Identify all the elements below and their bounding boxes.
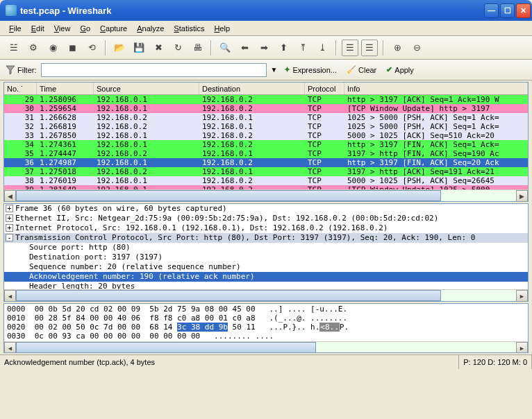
detail-row[interactable]: Destination port: 3197 (3197) [4, 253, 528, 262]
open-icon[interactable]: 📂 [111, 40, 128, 56]
menu-capture[interactable]: Capture [95, 23, 132, 34]
scroll-thumb[interactable] [16, 342, 316, 353]
status-packet-counts: P: 120 D: 120 M: 0 [459, 355, 532, 369]
detail-text: Source port: http (80) [29, 243, 131, 252]
scroll-track[interactable] [16, 290, 516, 301]
zoom-out-icon[interactable]: ⊖ [408, 40, 425, 56]
autoscroll-icon[interactable]: ☰ [361, 40, 378, 56]
window-title: test.pcap - Wireshark [20, 6, 484, 16]
separator [210, 40, 212, 55]
detail-row[interactable]: Source port: http (80) [4, 243, 528, 253]
hex-line[interactable]: 0010 00 28 5f 84 00 00 40 06 f8 f8 c0 a8… [7, 314, 525, 323]
packet-row[interactable]: 351.274447192.168.0.2192.168.0.1TCP3197 … [4, 149, 528, 158]
print-icon[interactable]: 🖶 [189, 40, 206, 56]
apply-button[interactable]: ✔Apply [383, 64, 417, 76]
tree-toggle-icon[interactable]: - [6, 234, 13, 241]
go-to-icon[interactable]: ⬆ [275, 40, 292, 56]
filter-label: Filter: [6, 65, 37, 75]
packet-row[interactable]: 331.267850192.168.0.1192.168.0.2TCP5000 … [4, 131, 528, 140]
scroll-thumb[interactable] [16, 190, 441, 201]
menu-analyze[interactable]: Analyze [132, 23, 169, 34]
detail-row[interactable]: Sequence number: 20 (relative sequence n… [4, 262, 528, 272]
go-first-icon[interactable]: ⤒ [294, 40, 311, 56]
go-forward-icon[interactable]: ➡ [256, 40, 272, 56]
save-icon[interactable]: 💾 [131, 40, 147, 56]
col-header-protocol[interactable]: Protocol [305, 83, 344, 94]
packet-row[interactable]: 371.275018192.168.0.2192.168.0.1TCP3197 … [4, 167, 528, 176]
packet-list-header[interactable]: No. ˙ Time Source Destination Protocol I… [4, 83, 528, 95]
detail-hscroll[interactable]: ◀ ▶ [4, 289, 528, 301]
restart-capture-icon[interactable]: ⟲ [83, 40, 100, 56]
packet-bytes-pane[interactable]: 0000 00 0b 5d 20 cd 02 00 09 5b 2d 75 9a… [3, 303, 529, 353]
menu-view[interactable]: View [49, 23, 76, 34]
close-file-icon[interactable]: ✖ [150, 40, 167, 56]
close-button[interactable]: ✕ [516, 3, 531, 18]
col-header-info[interactable]: Info [344, 83, 528, 94]
scroll-right-icon[interactable]: ▶ [516, 342, 528, 353]
detail-row[interactable]: Header length: 20 bytes [4, 282, 528, 289]
scroll-track[interactable] [16, 342, 516, 353]
packet-row[interactable]: 341.274361192.168.0.1192.168.0.2TCPhttp … [4, 140, 528, 149]
go-last-icon[interactable]: ⤓ [314, 40, 331, 56]
zoom-in-icon[interactable]: ⊕ [389, 40, 406, 56]
detail-row[interactable]: Acknowledgement number: 190 (relative ac… [4, 272, 528, 282]
filter-icon [6, 65, 15, 75]
scroll-left-icon[interactable]: ◀ [4, 290, 16, 302]
hex-hscroll[interactable]: ◀ ▶ [4, 341, 528, 353]
tree-toggle-icon[interactable]: + [6, 214, 13, 222]
packet-row[interactable]: 321.266819192.168.0.2192.168.0.1TCP1025 … [4, 122, 528, 131]
packet-hscroll[interactable]: ◀ ▶ [4, 189, 528, 201]
col-header-time[interactable]: Time [37, 83, 94, 94]
reload-icon[interactable]: ↻ [169, 40, 186, 56]
packet-row[interactable]: 301.259654192.168.0.1192.168.0.2TCP[TCP … [4, 104, 528, 113]
detail-text: Acknowledgement number: 190 (relative ac… [29, 272, 255, 281]
expression-button[interactable]: ✦Expression... [281, 64, 340, 76]
tree-toggle-icon[interactable]: + [6, 205, 13, 212]
menu-edit[interactable]: Edit [26, 23, 49, 34]
packet-row[interactable]: 381.276019192.168.0.1192.168.0.2TCP5000 … [4, 176, 528, 185]
menu-help[interactable]: Help [209, 23, 235, 34]
detail-text: Header length: 20 bytes [29, 282, 135, 289]
scroll-left-icon[interactable]: ◀ [4, 190, 16, 202]
minimize-button[interactable]: — [484, 3, 499, 18]
hex-line[interactable]: 0000 00 0b 5d 20 cd 02 00 09 5b 2d 75 9a… [7, 305, 525, 314]
col-header-destination[interactable]: Destination [199, 83, 305, 94]
detail-row[interactable]: +Ethernet II, Src: Netgear_2d:75:9a (00:… [4, 214, 528, 223]
filter-input[interactable] [41, 63, 267, 77]
scroll-right-icon[interactable]: ▶ [516, 290, 528, 302]
hex-line[interactable]: 0020 00 02 00 50 0c 7d 00 00 68 14 3c 38… [7, 323, 525, 332]
options-icon[interactable]: ⚙ [25, 40, 42, 56]
scroll-track[interactable] [16, 190, 516, 201]
packet-row[interactable]: 311.266628192.168.0.2192.168.0.1TCP1025 … [4, 113, 528, 122]
interfaces-icon[interactable]: ☱ [6, 40, 22, 56]
go-back-icon[interactable]: ⬅ [236, 40, 253, 56]
scroll-left-icon[interactable]: ◀ [4, 342, 16, 353]
menu-statistics[interactable]: Statistics [169, 23, 209, 34]
menu-file[interactable]: File [4, 23, 26, 34]
packet-details-pane[interactable]: +Frame 36 (60 bytes on wire, 60 bytes ca… [3, 203, 529, 302]
find-icon[interactable]: 🔍 [217, 40, 233, 56]
detail-row[interactable]: -Transmission Control Protocol, Src Port… [4, 233, 528, 243]
packet-row[interactable]: 291.258096192.168.0.1192.168.0.2TCPhttp … [4, 95, 528, 104]
maximize-button[interactable]: ☐ [500, 3, 515, 18]
filter-label-text: Filter: [17, 66, 37, 74]
separator [383, 40, 384, 55]
clear-button[interactable]: 🧹Clear [344, 64, 379, 76]
hex-line[interactable]: 0030 0c 00 93 ca 00 00 00 00 00 00 00 00… [7, 332, 525, 341]
scroll-thumb[interactable] [16, 290, 441, 301]
tree-toggle-icon[interactable]: + [6, 224, 13, 232]
detail-text: Ethernet II, Src: Netgear_2d:75:9a (00:0… [15, 214, 438, 223]
col-header-no[interactable]: No. ˙ [4, 83, 37, 94]
filter-dropdown-icon[interactable]: ▼ [271, 66, 278, 74]
packet-list-pane[interactable]: No. ˙ Time Source Destination Protocol I… [3, 82, 529, 202]
detail-row[interactable]: +Frame 36 (60 bytes on wire, 60 bytes ca… [4, 204, 528, 214]
colorize-icon[interactable]: ☰ [342, 40, 358, 56]
separator [105, 40, 106, 55]
menu-go[interactable]: Go [75, 23, 95, 34]
stop-capture-icon[interactable]: ◼ [64, 40, 81, 56]
packet-row[interactable]: 361.274987192.168.0.1192.168.0.2TCPhttp … [4, 158, 528, 167]
col-header-source[interactable]: Source [94, 83, 199, 94]
start-capture-icon[interactable]: ◉ [44, 40, 61, 56]
scroll-right-icon[interactable]: ▶ [516, 190, 528, 202]
detail-row[interactable]: +Internet Protocol, Src: 192.168.0.1 (19… [4, 223, 528, 233]
